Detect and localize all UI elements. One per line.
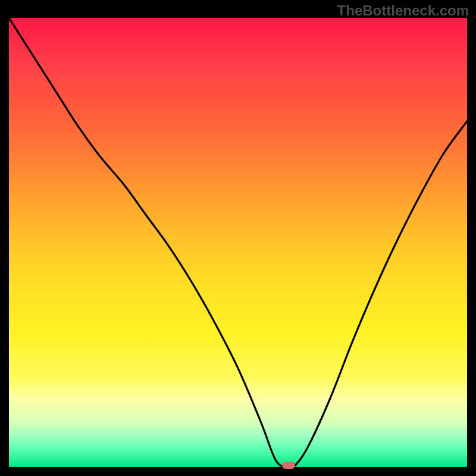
- watermark-text: TheBottleneck.com: [337, 2, 469, 19]
- optimal-marker: [282, 462, 295, 469]
- plot-area: [9, 18, 467, 467]
- bottleneck-curve: [9, 18, 467, 467]
- chart-container: TheBottleneck.com: [0, 0, 476, 476]
